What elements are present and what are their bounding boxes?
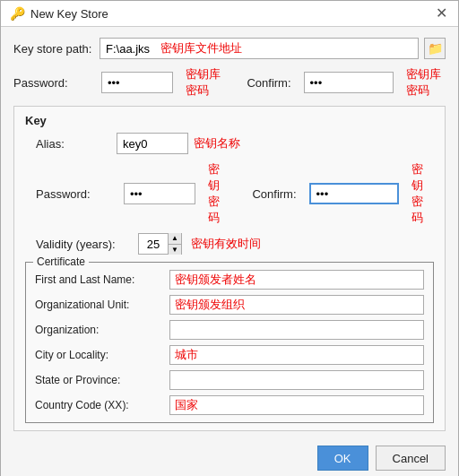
- cert-first-last-label: First and Last Name:: [35, 273, 169, 286]
- dialog-icon: 🔑: [10, 6, 25, 21]
- keystore-password-row: Password: 密钥库密码 Confirm: 密钥库密码: [13, 66, 446, 99]
- cert-country-label: Country Code (XX):: [35, 399, 169, 411]
- validity-hint: 密钥有效时间: [191, 236, 261, 252]
- keystore-confirm-label: Confirm:: [247, 76, 290, 90]
- cert-org-unit-input[interactable]: [169, 295, 424, 315]
- key-confirm-hint: 密钥密码: [411, 161, 434, 226]
- browse-folder-button[interactable]: 📁: [424, 38, 446, 59]
- validity-spinner: 25 ▲ ▼: [138, 233, 182, 255]
- keystore-path-row: Key store path: F:\aa.jks 密钥库文件地址 📁: [13, 38, 446, 59]
- cert-org-input[interactable]: [169, 320, 424, 340]
- alias-label: Alias:: [36, 137, 117, 151]
- spinner-down-button[interactable]: ▼: [169, 245, 181, 255]
- keystore-password-label: Password:: [13, 76, 94, 90]
- close-button[interactable]: ✕: [434, 6, 449, 21]
- cert-org-row: Organization:: [35, 320, 424, 340]
- cert-state-input[interactable]: [169, 370, 424, 390]
- folder-icon: 📁: [428, 41, 443, 56]
- validity-row: Validity (years): 25 ▲ ▼ 密钥有效时间: [36, 233, 434, 255]
- cert-city-label: City or Locality:: [35, 349, 169, 361]
- cert-org-label: Organization:: [35, 324, 169, 336]
- new-key-store-dialog: 🔑 New Key Store ✕ Key store path: F:\aa.…: [0, 0, 459, 476]
- alias-hint: 密钥名称: [194, 135, 240, 151]
- key-section-title: Key: [25, 114, 434, 127]
- cert-org-unit-row: Organizational Unit:: [35, 295, 424, 315]
- spinner-arrows: ▲ ▼: [168, 233, 181, 255]
- key-password-hint: 密钥密码: [208, 161, 230, 226]
- cert-city-row: City or Locality:: [35, 345, 424, 365]
- cert-first-last-row: First and Last Name:: [35, 270, 424, 290]
- ok-button[interactable]: OK: [317, 446, 368, 471]
- key-password-input[interactable]: [124, 183, 195, 204]
- cert-state-label: State or Province:: [35, 374, 169, 386]
- cancel-button[interactable]: Cancel: [376, 446, 446, 471]
- alias-row: Alias: 密钥名称: [36, 133, 434, 154]
- key-section: Key Alias: 密钥名称 Password: 密钥密码 Confirm: …: [13, 106, 446, 431]
- keystore-confirm-hint: 密钥库密码: [406, 66, 446, 99]
- keystore-path-value: F:\aa.jks: [106, 42, 150, 56]
- cert-org-unit-label: Organizational Unit:: [35, 299, 169, 311]
- key-password-row: Password: 密钥密码 Confirm: 密钥密码: [36, 161, 434, 226]
- key-confirm-input[interactable]: [309, 183, 399, 204]
- key-password-label: Password:: [36, 187, 117, 201]
- certificate-section: Certificate First and Last Name: Organiz…: [25, 262, 434, 423]
- keystore-path-field: F:\aa.jks 密钥库文件地址: [100, 38, 419, 59]
- keystore-confirm-input[interactable]: [304, 72, 394, 93]
- cert-legend: Certificate: [33, 255, 89, 268]
- keystore-password-input[interactable]: [101, 72, 173, 93]
- dialog-content: Key store path: F:\aa.jks 密钥库文件地址 📁 Pass…: [1, 27, 458, 476]
- cert-country-row: Country Code (XX):: [35, 395, 424, 415]
- keystore-path-label: Key store path:: [13, 42, 94, 56]
- spinner-up-button[interactable]: ▲: [169, 233, 181, 245]
- validity-label: Validity (years):: [36, 238, 134, 251]
- keystore-path-hint: 密钥库文件地址: [160, 40, 242, 56]
- title-bar: 🔑 New Key Store ✕: [1, 1, 458, 27]
- cert-state-row: State or Province:: [35, 370, 424, 390]
- alias-input[interactable]: [117, 133, 188, 154]
- dialog-title: New Key Store: [30, 7, 108, 21]
- keystore-password-hint: 密钥库密码: [186, 66, 225, 99]
- cert-city-input[interactable]: [169, 345, 424, 365]
- buttons-row: OK Cancel: [13, 438, 446, 471]
- validity-input[interactable]: 25: [139, 234, 168, 254]
- cert-country-input[interactable]: [169, 395, 424, 415]
- key-confirm-label: Confirm:: [252, 187, 296, 201]
- cert-first-last-input[interactable]: [169, 270, 424, 290]
